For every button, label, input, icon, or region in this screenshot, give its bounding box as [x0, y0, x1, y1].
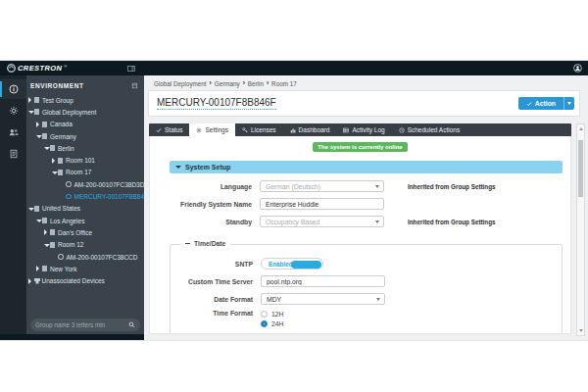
time-date-title: Time/Date: [194, 240, 225, 247]
time-zone-row: Time Zone: [171, 331, 562, 334]
standby-select[interactable]: Occupancy Based: [260, 216, 384, 227]
tree-item-group[interactable]: Berlin: [26, 142, 144, 154]
crestron-logo-text: CRESTRON: [18, 64, 62, 73]
group-search-input[interactable]: [35, 321, 128, 328]
sntp-toggle[interactable]: Enabled: [261, 258, 323, 270]
sntp-toggle-switch[interactable]: [291, 261, 321, 269]
main-content: Global Deployment›Germany›Berlin›Room 17…: [144, 75, 588, 340]
online-status-badge: The system is currently online: [313, 142, 407, 152]
breadcrumb-separator: ›: [243, 80, 245, 87]
tree-item-group[interactable]: Test Group: [26, 94, 144, 106]
system-setup-form: Language German (Deutsch) Inherited from…: [150, 177, 570, 230]
tree-item-group[interactable]: Dan's Office: [26, 226, 144, 238]
tree-item-group[interactable]: Global Deployment: [26, 106, 144, 118]
environment-title: ENVIRONMENT: [30, 82, 84, 89]
language-select[interactable]: German (Deutsch): [260, 180, 384, 192]
collapse-section-icon: [185, 243, 190, 244]
caret-right-icon[interactable]: [36, 266, 39, 271]
building-icon: [42, 122, 47, 127]
rail-item-notes[interactable]: [0, 144, 26, 164]
caret-right-icon[interactable]: [28, 97, 31, 103]
sntp-toggle-label: Enabled: [269, 261, 293, 268]
tab-label: Scheduled Actions: [408, 126, 460, 133]
radio-24h-icon[interactable]: [261, 320, 268, 327]
tree-item-group[interactable]: Germany: [26, 130, 144, 142]
building-icon: [58, 170, 63, 175]
tab-settings[interactable]: Settings: [189, 123, 235, 136]
rail-item-settings[interactable]: [0, 101, 26, 121]
rail-item-environment[interactable]: [0, 79, 26, 99]
notes-icon: [9, 149, 19, 159]
breadcrumb-item[interactable]: Room 17: [271, 80, 297, 87]
sntp-row: SNTP Enabled: [171, 255, 562, 272]
scroll-up-arrow-icon[interactable]: [579, 127, 583, 130]
tree-item-label: United States: [42, 205, 80, 212]
radio-12h-icon[interactable]: [261, 311, 268, 318]
crestron-swirl-icon: [7, 64, 16, 73]
radio-24h-label: 24H: [271, 320, 283, 327]
tree-item-device[interactable]: MERCURY-00107F8B846F: [26, 190, 144, 202]
caret-right-icon[interactable]: [52, 158, 55, 164]
tree-item-label: Los Angeles: [50, 218, 84, 224]
tree-item-group[interactable]: Unassociated Devices: [26, 274, 144, 286]
device-title[interactable]: MERCURY-00107F8B846F: [157, 97, 276, 110]
tree-item-device[interactable]: AM-200-00107FC38D3D: [26, 178, 144, 190]
tab-licenses[interactable]: Licenses: [235, 123, 283, 136]
search-icon[interactable]: [128, 321, 135, 328]
user-profile-icon[interactable]: [573, 64, 582, 73]
building-icon: [34, 109, 39, 115]
tab-scheduled-actions[interactable]: Scheduled Actions: [392, 123, 466, 136]
tab-status[interactable]: Status: [149, 123, 189, 136]
tree-item-group[interactable]: United States: [26, 203, 144, 215]
building-icon: [50, 242, 55, 248]
breadcrumb-item[interactable]: Germany: [215, 80, 240, 87]
building-icon: [42, 218, 47, 223]
breadcrumb-item[interactable]: Global Deployment: [154, 80, 207, 87]
date-format-select[interactable]: MDY: [261, 293, 385, 305]
tree-item-device[interactable]: AM-200-00107FC38CCD: [26, 251, 144, 263]
device-icon: [58, 254, 64, 260]
scroll-down-arrow-icon[interactable]: [579, 329, 583, 332]
breadcrumb-item[interactable]: Berlin: [248, 80, 264, 87]
building-icon: [50, 145, 55, 151]
tab-activity-log[interactable]: Activity Log: [336, 123, 391, 136]
caret-right-icon[interactable]: [36, 122, 39, 127]
breadcrumb: Global Deployment›Germany›Berlin›Room 17: [144, 75, 588, 87]
app-body: ENVIRONMENT Test GroupGlobal DeploymentC…: [0, 75, 588, 340]
tree-item-group[interactable]: Room 12: [26, 239, 144, 251]
tab-dashboard[interactable]: Dashboard: [283, 123, 337, 136]
standby-inherited-note: Inherited from Group Settings: [408, 219, 496, 225]
action-dropdown-button[interactable]: [564, 97, 574, 110]
sntp-label: SNTP: [171, 261, 261, 268]
content-scrollbar[interactable]: [576, 123, 585, 336]
tree-item-group[interactable]: Canada: [26, 119, 144, 130]
time-format-label: Time Format: [171, 310, 261, 317]
caret-right-icon[interactable]: [44, 229, 47, 235]
radio-12h-label: 12H: [271, 311, 283, 318]
tree-item-group[interactable]: Room 17: [26, 167, 144, 178]
time-date-section-header[interactable]: Time/Date: [180, 240, 230, 247]
radio-24h[interactable]: 24H: [261, 320, 385, 327]
scrollbar-thumb[interactable]: [578, 140, 583, 197]
friendly-name-input[interactable]: [260, 198, 384, 210]
language-inherited-note: Inherited from Group Settings: [408, 183, 496, 190]
building-icon: [58, 158, 63, 164]
radio-12h[interactable]: 12H: [261, 311, 385, 318]
tab-label: Activity Log: [352, 126, 384, 133]
rail-item-users[interactable]: [0, 122, 26, 142]
tab-label: Dashboard: [299, 126, 330, 133]
custom-time-server-input[interactable]: [261, 275, 385, 287]
action-button[interactable]: Action: [518, 97, 574, 110]
custom-time-server-label: Custom Time Server: [171, 278, 261, 285]
collapse-tree-icon[interactable]: [131, 82, 138, 89]
tree-item-group[interactable]: Room 101: [26, 154, 144, 166]
tree-item-group[interactable]: Los Angeles: [26, 215, 144, 226]
action-button-main[interactable]: Action: [518, 97, 564, 110]
caret-right-icon[interactable]: [28, 278, 31, 284]
sidebar-footer: [0, 334, 144, 340]
tree-item-label: Berlin: [58, 145, 74, 152]
tree-item-label: Dan's Office: [58, 229, 92, 236]
tree-item-group[interactable]: New York: [26, 263, 144, 274]
sidebar-toggle-icon[interactable]: [127, 65, 135, 73]
system-setup-section-header[interactable]: System Setup: [170, 161, 563, 173]
